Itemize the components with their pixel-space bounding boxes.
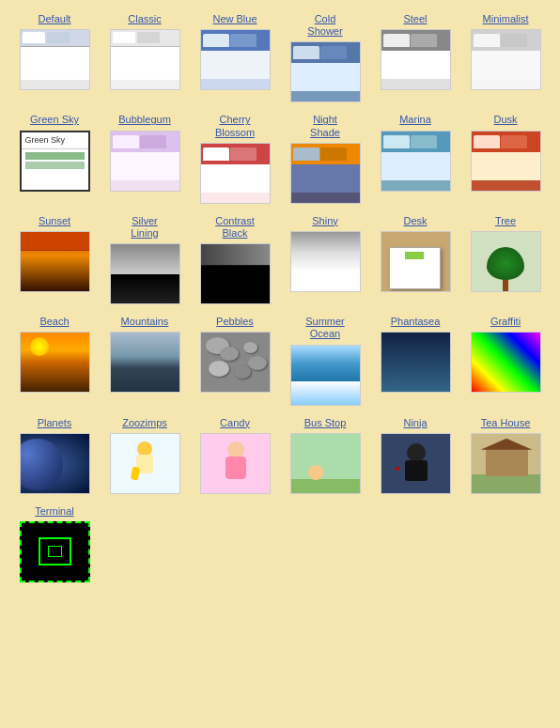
theme-mountains[interactable]: Mountains	[100, 312, 190, 396]
theme-silverlining-preview	[110, 243, 180, 304]
theme-busstop[interactable]: Bus Stop	[280, 413, 370, 498]
theme-beach[interactable]: Beach	[9, 312, 100, 396]
theme-candy-preview	[200, 433, 271, 494]
theme-phantasea-label[interactable]: Phantasea	[391, 316, 441, 328]
theme-planets-label[interactable]: Planets	[38, 417, 72, 429]
theme-silverlining-label[interactable]: Silver Lining	[131, 215, 158, 240]
theme-classic-label[interactable]: Classic	[128, 13, 161, 25]
theme-planets[interactable]: Planets	[9, 413, 100, 498]
theme-cherry-preview	[200, 143, 271, 204]
theme-teahouse-preview	[471, 433, 541, 494]
theme-greensky[interactable]: Green Sky Green Sky	[9, 110, 100, 194]
theme-newblue[interactable]: New Blue	[190, 9, 280, 94]
theme-terminal[interactable]: Terminal	[9, 502, 100, 586]
theme-busstop-preview	[290, 433, 361, 494]
theme-candy[interactable]: Candy	[190, 413, 280, 498]
theme-zoozimps[interactable]: Zoozimps	[100, 413, 190, 498]
theme-beach-preview	[20, 332, 90, 393]
theme-grid: Default Classic New Blue	[9, 9, 551, 586]
theme-nightshade[interactable]: Night Shade	[280, 110, 370, 207]
theme-shiny-preview	[290, 231, 361, 292]
theme-desk[interactable]: Desk	[370, 211, 460, 296]
theme-tree-preview	[471, 231, 541, 292]
theme-cherry-label[interactable]: Cherry Blossom	[215, 114, 255, 138]
theme-default-preview	[20, 29, 90, 90]
theme-desk-label[interactable]: Desk	[403, 215, 427, 227]
theme-pebbles[interactable]: Pebbles	[190, 312, 280, 396]
theme-sunset-preview	[20, 231, 90, 292]
theme-busstop-label[interactable]: Bus Stop	[304, 417, 347, 429]
theme-classic[interactable]: Classic	[100, 9, 190, 94]
theme-pebbles-preview	[200, 332, 271, 393]
theme-bubblegum-label[interactable]: Bubblegum	[118, 114, 171, 126]
theme-greensky-preview: Green Sky	[20, 131, 90, 192]
theme-coldshower-label[interactable]: Cold Shower	[307, 13, 342, 38]
theme-sunset[interactable]: Sunset	[9, 211, 100, 296]
theme-shiny-label[interactable]: Shiny	[312, 215, 338, 227]
theme-contrastblack-label[interactable]: Contrast Black	[215, 215, 255, 240]
theme-cherry[interactable]: Cherry Blossom	[190, 110, 280, 207]
theme-minimalist-preview	[471, 29, 541, 90]
theme-summerocean-label[interactable]: Summer Ocean	[305, 316, 345, 340]
theme-bubblegum-preview	[110, 131, 180, 192]
theme-zoozimps-label[interactable]: Zoozimps	[122, 417, 167, 429]
theme-nightshade-preview	[290, 143, 361, 204]
theme-default-label[interactable]: Default	[39, 13, 71, 25]
theme-dusk[interactable]: Dusk	[460, 110, 551, 194]
theme-mountains-label[interactable]: Mountains	[121, 316, 169, 328]
theme-graffiti-preview	[471, 332, 541, 393]
theme-marina-preview	[381, 131, 451, 192]
theme-dusk-preview	[471, 131, 541, 192]
theme-teahouse-label[interactable]: Tea House	[481, 417, 531, 429]
theme-shiny[interactable]: Shiny	[280, 211, 370, 296]
theme-ninja-preview	[381, 433, 451, 494]
theme-ninja-label[interactable]: Ninja	[403, 417, 427, 429]
theme-nightshade-label[interactable]: Night Shade	[310, 114, 340, 138]
theme-tree-label[interactable]: Tree	[495, 215, 516, 227]
theme-classic-preview	[110, 29, 180, 90]
theme-teahouse[interactable]: Tea House	[460, 413, 551, 498]
theme-minimalist[interactable]: Minimalist	[460, 9, 551, 94]
theme-steel[interactable]: Steel	[370, 9, 460, 94]
theme-zoozimps-preview	[110, 433, 180, 494]
theme-graffiti[interactable]: Graffiti	[460, 312, 551, 396]
theme-graffiti-label[interactable]: Graffiti	[490, 316, 521, 328]
theme-planets-preview	[20, 433, 90, 494]
theme-newblue-preview	[200, 29, 271, 90]
theme-newblue-label[interactable]: New Blue	[212, 13, 257, 25]
theme-default[interactable]: Default	[9, 9, 100, 94]
theme-summerocean-preview	[290, 345, 361, 406]
theme-coldshower[interactable]: Cold Shower	[280, 9, 370, 106]
theme-marina[interactable]: Marina	[370, 110, 460, 194]
theme-candy-label[interactable]: Candy	[220, 417, 250, 429]
theme-ninja[interactable]: Ninja	[370, 413, 460, 498]
theme-phantasea[interactable]: Phantasea	[370, 312, 460, 396]
theme-summerocean[interactable]: Summer Ocean	[280, 312, 370, 409]
theme-sunset-label[interactable]: Sunset	[39, 215, 70, 227]
theme-terminal-preview	[20, 521, 90, 582]
theme-pebbles-label[interactable]: Pebbles	[216, 316, 254, 328]
theme-tree[interactable]: Tree	[460, 211, 551, 296]
theme-contrastblack-preview	[200, 243, 271, 304]
theme-contrastblack[interactable]: Contrast Black	[190, 211, 280, 308]
theme-desk-preview	[381, 231, 451, 292]
theme-steel-label[interactable]: Steel	[403, 13, 427, 25]
theme-steel-preview	[381, 29, 451, 90]
theme-mountains-preview	[110, 332, 180, 393]
theme-terminal-label[interactable]: Terminal	[35, 505, 74, 518]
theme-beach-label[interactable]: Beach	[39, 316, 69, 328]
theme-silverlining[interactable]: Silver Lining	[100, 211, 190, 308]
theme-bubblegum[interactable]: Bubblegum	[100, 110, 190, 194]
theme-minimalist-label[interactable]: Minimalist	[483, 13, 529, 25]
theme-phantasea-preview	[381, 332, 451, 393]
theme-coldshower-preview	[290, 41, 361, 102]
theme-marina-label[interactable]: Marina	[399, 114, 431, 126]
theme-dusk-label[interactable]: Dusk	[493, 114, 517, 126]
theme-greensky-label[interactable]: Green Sky	[30, 114, 79, 126]
